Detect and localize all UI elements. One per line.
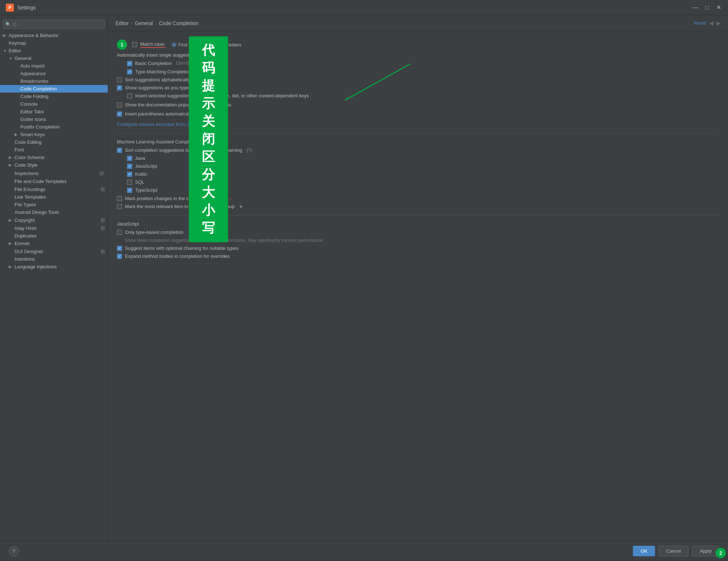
expand-arrow: ▶ [9,155,13,160]
annotation-badge-1: 1 [117,40,127,50]
type-based-row: Only type-based completion [117,229,719,235]
sidebar-item-duplicates[interactable]: Duplicates [0,232,108,240]
sidebar-item-gui-designer[interactable]: GUI Designer ⊟ [0,247,108,255]
type-based-desc: Show fewer completion suggestions based … [125,238,324,243]
sidebar-item-file-encodings[interactable]: File Encodings ⊟ [0,185,108,193]
all-letters-option[interactable]: All letters [215,42,241,48]
java-row: Java [117,155,719,161]
mark-position-checkbox[interactable] [117,196,122,201]
sidebar-item-android-design-tools[interactable]: Android Design Tools [0,208,108,216]
first-letter-option[interactable]: First letter only [171,42,209,48]
sql-row: SQL [117,179,719,185]
insert-parens-label: Insert parentheses automatically when ap… [125,111,228,117]
sidebar-item-color-scheme[interactable]: ▶ Color Scheme [0,154,108,161]
sidebar-item-file-types[interactable]: File Types [0,201,108,208]
insert-suggestion-checkbox[interactable] [127,93,132,98]
all-letters-radio[interactable] [215,42,220,47]
sidebar-item-smart-keys[interactable]: ▶ Smart Keys [0,131,108,138]
show-doc-popup-input[interactable] [201,101,221,109]
type-matching-checkbox[interactable] [127,69,132,74]
suggest-chaining-label: Suggest items with optional chaining for… [125,245,238,251]
expand-method-label: Expand method bodies in completion for o… [125,253,230,259]
sidebar-item-appearance-behavior[interactable]: ▶ Appearance & Behavior [0,32,108,39]
sidebar-item-language-injections[interactable]: ▶ Language Injections [0,263,108,271]
close-button[interactable]: ✕ [715,4,722,11]
sidebar-item-label: File Types [15,202,36,207]
bottom-bar: ? OK Cancel Apply 2 [0,541,728,561]
insert-suggestion-label: Insert selected suggestion by pressing s… [135,93,309,98]
help-icon-ml[interactable]: (?) [247,147,252,153]
content-header: Editor › General › Code Completion Reset… [108,15,728,31]
configure-classes-link[interactable]: Configure classes excluded from completi… [117,122,210,127]
suggest-chaining-row: Suggest items with optional chaining for… [117,245,719,251]
mark-position-row: Mark position changes in the completion … [117,196,719,201]
first-letter-radio[interactable] [171,42,176,47]
sidebar-item-general[interactable]: ▼ General [0,54,108,62]
type-based-checkbox[interactable] [117,230,122,235]
suggest-chaining-checkbox[interactable] [117,246,122,251]
java-checkbox[interactable] [127,156,132,161]
sort-suggestions-checkbox[interactable] [117,77,122,82]
insert-parens-checkbox[interactable] [117,111,122,117]
sidebar-item-label: Auto Import [20,63,45,69]
javascript-label: JavaScript [135,163,157,169]
sidebar-item-auto-import[interactable]: Auto Import [0,62,108,70]
forward-button[interactable]: ▶ [716,20,721,27]
sidebar-item-code-folding[interactable]: Code Folding [0,93,108,100]
expand-arrow: ▼ [9,56,13,61]
inlay-hints-badge: ⊟ [101,225,105,231]
search-input[interactable] [3,20,105,29]
sort-suggestions-row: Sort suggestions alphabetically [117,77,719,82]
match-case-radio-group: First letter only All letters [171,42,241,48]
reset-button[interactable]: Reset [694,20,706,26]
cancel-button[interactable]: Cancel [659,546,688,556]
maximize-button[interactable]: □ [703,4,711,11]
settings-body: 1 Match case: First letter only All lett… [108,31,728,541]
apply-button[interactable]: Apply [692,546,719,556]
breadcrumb-sep-0: › [131,20,133,26]
show-doc-popup-row: Show the documentation popup in ms [117,101,719,109]
sidebar-item-emmet[interactable]: ▶ Emmet [0,240,108,247]
sidebar-item-editor-tabs[interactable]: Editor Tabs [0,108,108,115]
sidebar-item-code-editing[interactable]: Code Editing [0,138,108,146]
sidebar-item-label: Duplicates [15,233,37,239]
minimize-button[interactable]: — [692,4,699,11]
sidebar-item-font[interactable]: Font [0,146,108,154]
typescript-checkbox[interactable] [127,188,132,193]
show-doc-popup-checkbox[interactable] [117,102,122,107]
typescript-label: TypeScript [135,187,157,193]
javascript-checkbox[interactable] [127,164,132,169]
sidebar-item-copyright[interactable]: ▶ Copyright ⊟ [0,216,108,224]
sidebar-item-appearance[interactable]: Appearance [0,70,108,77]
basic-completion-checkbox[interactable] [127,61,132,66]
back-button[interactable]: ◀ [709,20,713,27]
sidebar-item-console[interactable]: Console [0,100,108,108]
sidebar-item-gutter-icons[interactable]: Gutter Icons [0,115,108,123]
sidebar-item-code-style[interactable]: ▶ Code Style [0,161,108,169]
help-button[interactable]: ? [9,546,19,556]
breadcrumb-sep-1: › [155,20,157,26]
sidebar-item-label: Editor Tabs [20,109,44,114]
mark-relevant-checkbox[interactable] [117,204,122,209]
sidebar-item-keymap[interactable]: Keymap [0,39,108,47]
sidebar-item-postfix-completion[interactable]: Postfix Completion [0,123,108,131]
sidebar-item-live-templates[interactable]: Live Templates [0,193,108,201]
sort-ml-checkbox[interactable] [117,148,122,153]
sidebar-item-editor[interactable]: ▼ Editor [0,47,108,54]
sidebar-item-intentions[interactable]: Intentions [0,255,108,263]
sidebar-item-code-completion[interactable]: Code Completion [0,85,108,93]
gui-designer-badge: ⊟ [101,248,105,254]
match-case-row: 1 Match case: First letter only All lett… [117,40,719,50]
show-suggestions-checkbox[interactable] [117,85,122,90]
sidebar-item-label: Intentions [15,256,35,262]
sidebar-item-inspections[interactable]: Inspections ⊟ [0,169,108,178]
auto-insert-heading-row: Automatically insert single suggestions … [117,52,719,58]
expand-method-checkbox[interactable] [117,254,122,259]
sidebar-item-file-code-templates[interactable]: File and Code Templates [0,178,108,185]
sidebar-item-breadcrumbs[interactable]: Breadcrumbs [0,77,108,85]
ok-button[interactable]: OK [633,546,655,556]
match-case-checkbox[interactable] [132,42,137,47]
sql-checkbox[interactable] [127,180,132,185]
sidebar-item-inlay-hints[interactable]: Inlay Hints ⊟ [0,224,108,232]
kotlin-checkbox[interactable] [127,172,132,177]
